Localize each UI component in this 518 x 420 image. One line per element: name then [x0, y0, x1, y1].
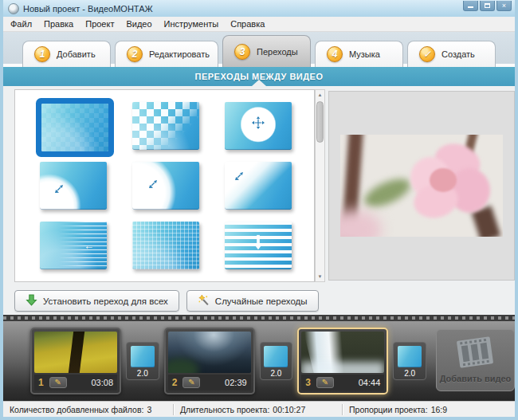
transition-preview-icon — [398, 346, 422, 367]
status-files-count: Количество добавленных файлов:3 — [3, 404, 174, 415]
filmstrip-perforation — [3, 315, 515, 321]
minimize-icon — [468, 6, 473, 8]
transition-thumb-circle-expand[interactable] — [225, 102, 292, 150]
section-banner: ПЕРЕХОДЫ МЕЖДУ ВИДЕО — [3, 67, 515, 86]
transitions-grid: ← — [14, 89, 315, 282]
transition-2-duration: 2.0 — [271, 369, 282, 378]
menu-edit[interactable]: Правка — [44, 19, 73, 29]
edit-clip-button[interactable]: ✎ — [316, 377, 334, 388]
clip-1-thumbnail — [34, 332, 117, 373]
actions-row: Установить переход для всех Случайные пе… — [3, 285, 515, 315]
menu-bar: Файл Правка Проект Видео Инструменты Спр… — [3, 17, 515, 32]
arrow-down-icon — [253, 234, 264, 253]
step-tabs: 1 Добавить 2 Редактировать 3 Переходы 4 … — [3, 32, 515, 67]
move-arrows-icon — [234, 170, 244, 184]
transition-thumb-stripes[interactable] — [225, 222, 292, 269]
timeline-transition-2[interactable]: 2.0 — [260, 342, 293, 380]
transition-thumb-circle-corner[interactable] — [40, 162, 107, 210]
magic-wand-icon — [198, 294, 210, 308]
move-arrows-icon — [148, 178, 158, 192]
clip-3-duration: 04:44 — [359, 378, 381, 387]
files-count-value: 3 — [147, 405, 151, 414]
tab-add[interactable]: 1 Добавить — [22, 41, 111, 67]
timeline-transition-3[interactable]: 2.0 — [393, 342, 426, 380]
grid-scrollbar[interactable]: ▲ ▼ — [315, 89, 325, 282]
edit-clip-button[interactable]: ✎ — [49, 377, 67, 388]
checkmark-badge-icon: ✓ — [419, 46, 435, 62]
green-down-arrow-icon — [26, 294, 37, 308]
clip-2-thumbnail — [168, 332, 251, 373]
tab-edit[interactable]: 2 Редактировать — [115, 41, 218, 67]
app-logo-icon — [8, 3, 19, 14]
status-bar: Количество добавленных файлов:3 Длительн… — [3, 401, 515, 417]
minimize-button[interactable] — [463, 1, 478, 11]
transition-thumb-diagonal[interactable] — [225, 162, 292, 210]
timeline-transition-1[interactable]: 2.0 — [126, 342, 159, 380]
add-video-button[interactable]: Добавить видео — [436, 329, 515, 391]
scrollbar-thumb[interactable] — [316, 101, 324, 143]
timeline-clip-2[interactable]: 2 ✎ 02:39 — [164, 328, 255, 394]
close-button[interactable]: × — [496, 1, 512, 11]
app-window: Новый проект - ВидеоМОНТАЖ × Файл Правка… — [0, 0, 518, 420]
transition-thumb-mesh[interactable] — [132, 222, 199, 269]
transition-3-duration: 2.0 — [404, 369, 415, 378]
aspect-ratio-value: 16:9 — [431, 405, 447, 414]
clip-2-number: 2 — [172, 377, 178, 388]
transition-thumb-checkerboard[interactable] — [132, 102, 199, 150]
expand-arrows-icon — [252, 116, 265, 132]
set-transition-for-all-button[interactable]: Установить переход для всех — [14, 290, 179, 312]
step-3-badge: 3 — [234, 44, 250, 60]
window-title: Новый проект - ВидеоМОНТАЖ — [23, 4, 153, 14]
transition-thumb-lines[interactable]: ← — [40, 222, 107, 269]
scroll-down-icon[interactable]: ▼ — [316, 272, 324, 281]
filmstrip-icon — [457, 337, 493, 371]
menu-project[interactable]: Проект — [85, 19, 114, 29]
maximize-button[interactable] — [480, 1, 495, 11]
random-transitions-button[interactable]: Случайные переходы — [186, 290, 319, 312]
menu-help[interactable]: Справка — [230, 19, 265, 29]
scroll-up-icon[interactable]: ▲ — [316, 90, 324, 100]
maximize-icon — [485, 3, 490, 8]
transition-preview-icon — [264, 346, 288, 367]
arrow-left-icon: ← — [84, 240, 94, 252]
step-4-badge: 4 — [327, 46, 343, 62]
preview-panel — [328, 91, 515, 281]
preview-frame-image — [340, 135, 503, 237]
menu-file[interactable]: Файл — [10, 19, 32, 29]
banner-pointer-icon — [252, 80, 266, 86]
move-arrows-icon — [54, 183, 64, 197]
status-aspect-ratio: Пропорции проекта:16:9 — [343, 404, 515, 415]
tab-transitions[interactable]: 3 Переходы — [222, 35, 311, 67]
tab-music[interactable]: 4 Музыка — [315, 41, 403, 67]
content-area: ← ▲ ▼ — [3, 86, 515, 285]
transition-1-duration: 2.0 — [137, 369, 148, 378]
transition-preview-icon — [131, 346, 155, 367]
menu-tools[interactable]: Инструменты — [164, 19, 219, 29]
edit-clip-button[interactable]: ✎ — [182, 377, 200, 388]
menu-video[interactable]: Видео — [126, 19, 151, 29]
timeline-clip-3-selected[interactable]: 3 ✎ 04:44 — [297, 328, 388, 394]
status-project-duration: Длительность проекта:00:10:27 — [174, 404, 343, 415]
clip-1-number: 1 — [38, 377, 44, 388]
title-bar: Новый проект - ВидеоМОНТАЖ × — [3, 0, 515, 17]
clip-3-number: 3 — [305, 377, 311, 388]
step-1-badge: 1 — [34, 46, 50, 62]
project-duration-value: 00:10:27 — [273, 405, 305, 414]
clip-3-thumbnail — [301, 332, 384, 373]
timeline: 1 ✎ 03:08 2.0 2 ✎ 02:39 2.0 — [3, 315, 515, 401]
clip-2-duration: 02:39 — [225, 378, 247, 387]
clip-1-duration: 03:08 — [91, 378, 113, 387]
transition-thumb-fade[interactable] — [41, 104, 108, 151]
close-icon: × — [502, 2, 506, 10]
timeline-clip-1[interactable]: 1 ✎ 03:08 — [30, 328, 121, 394]
tab-create[interactable]: ✓ Создать — [407, 41, 496, 67]
transition-thumb-circle-left[interactable] — [132, 162, 199, 210]
step-2-badge: 2 — [127, 46, 143, 62]
